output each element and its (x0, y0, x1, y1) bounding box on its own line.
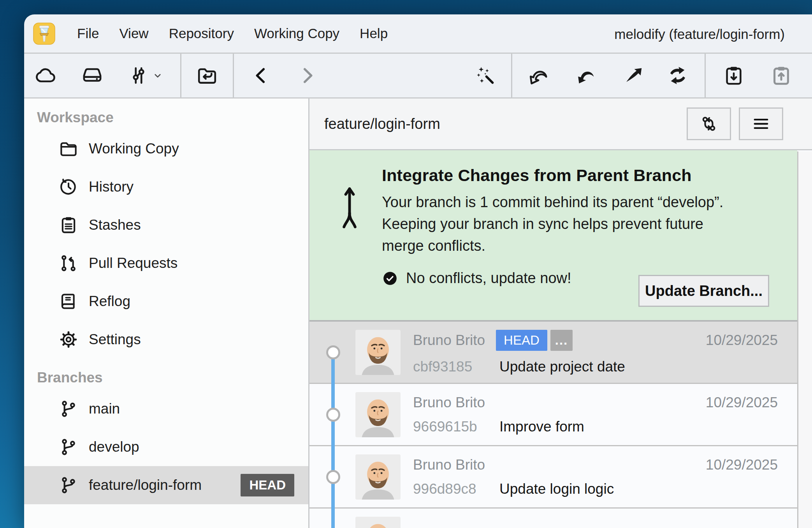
sidebar-item-label: Reflog (89, 293, 130, 310)
branch-icon (58, 475, 79, 495)
commit-message: Update project date (499, 359, 625, 375)
commit-graph-node (326, 470, 340, 484)
open-repo-icon[interactable] (196, 64, 218, 87)
forward-icon (296, 64, 318, 87)
content-area: Workspace Working Copy History Stashes P… (24, 99, 812, 528)
commit-graph-node (326, 408, 340, 422)
integrate-banner: Integrate Changes from Parent Branch You… (309, 150, 797, 322)
history-icon (58, 177, 79, 197)
gear-icon (58, 329, 79, 350)
sidebar-item-stashes[interactable]: Stashes (24, 206, 308, 244)
pull-icon[interactable] (574, 64, 597, 87)
commit-row[interactable]: Bruno Brito 10/29/2025 996d89c8 Update l… (309, 446, 797, 509)
services-icon[interactable] (127, 64, 150, 87)
sidebar-item-settings[interactable]: Settings (24, 320, 308, 359)
commit-row[interactable]: Bruno Brito 10/29/2025 9669615b Improve … (309, 384, 797, 446)
more-refs-badge[interactable]: ... (550, 330, 573, 351)
sidebar-item-working-copy[interactable]: Working Copy (24, 130, 308, 168)
menu-working-copy[interactable]: Working Copy (254, 26, 339, 41)
stash-apply-icon (770, 64, 793, 87)
app-window: File View Repository Working Copy Help m… (24, 14, 812, 528)
sidebar-item-pull-requests[interactable]: Pull Requests (24, 244, 308, 282)
desktop-background: File View Repository Working Copy Help m… (0, 0, 812, 528)
sidebar-item-label: Working Copy (89, 141, 179, 157)
author-avatar (355, 392, 401, 437)
head-badge: HEAD (241, 474, 294, 496)
sidebar-item-label: feature/login-form (89, 477, 202, 493)
menu-icon (751, 114, 771, 134)
stash-save-icon[interactable] (722, 64, 745, 87)
sync-icon[interactable] (666, 64, 689, 87)
toolbar-separator (233, 54, 234, 97)
author-avatar (355, 330, 401, 375)
sidebar: Workspace Working Copy History Stashes P… (24, 99, 309, 528)
toolbar-separator (705, 54, 706, 97)
menu-repository[interactable]: Repository (169, 26, 234, 41)
commit-row[interactable]: Bruno Brito 10/29/2025 (309, 509, 797, 528)
book-icon (58, 291, 79, 312)
author-avatar (355, 517, 401, 528)
window-title: melodify (feature/login-form) (614, 14, 785, 54)
commit-date: 10/29/2025 (706, 332, 778, 348)
sidebar-item-reflog[interactable]: Reflog (24, 282, 308, 320)
merge-branch-icon (337, 173, 364, 320)
folder-icon (58, 139, 79, 159)
menu-view[interactable]: View (119, 26, 148, 41)
update-branch-button[interactable]: Update Branch... (638, 275, 769, 307)
back-icon[interactable] (250, 64, 272, 87)
drive-icon[interactable] (81, 64, 104, 87)
cloud-icon[interactable] (35, 64, 57, 87)
compare-button[interactable] (687, 107, 731, 140)
author-avatar (355, 454, 401, 500)
scrollbar-track[interactable] (797, 151, 812, 528)
banner-status-text: No conflicts, update now! (406, 270, 571, 287)
fetch-icon[interactable] (527, 64, 549, 87)
menu-file[interactable]: File (77, 26, 99, 41)
chevron-down-icon[interactable] (152, 64, 163, 87)
branch-title: feature/login-form (324, 116, 440, 132)
commit-author: Bruno Brito (413, 394, 485, 411)
options-menu-button[interactable] (739, 107, 783, 140)
sidebar-item-main[interactable]: main (24, 390, 308, 428)
commit-graph-node (326, 345, 340, 359)
sidebar-item-label: History (89, 179, 134, 195)
commit-message: Update login logic (499, 481, 614, 497)
branch-header: feature/login-form (309, 99, 812, 150)
main-panel: feature/login-form (309, 99, 812, 528)
sidebar-item-develop[interactable]: develop (24, 428, 308, 466)
commit-graph-line (331, 509, 335, 528)
commit-author: Bruno Brito (413, 332, 485, 348)
branch-icon (58, 399, 79, 419)
stash-icon (58, 215, 79, 235)
sidebar-item-label: main (89, 401, 120, 417)
sidebar-item-label: Settings (89, 331, 141, 348)
wand-icon[interactable] (474, 64, 497, 87)
sidebar-section-header: Workspace (24, 105, 308, 130)
branch-icon (58, 437, 79, 457)
commit-message: Improve form (499, 419, 584, 435)
toolbar-separator (180, 54, 181, 97)
menu-help[interactable]: Help (360, 26, 388, 41)
sidebar-item-feature-login-form[interactable]: feature/login-form HEAD (24, 466, 308, 504)
commit-row[interactable]: Bruno Brito HEAD...10/29/2025 cbf93185 U… (309, 322, 797, 384)
sidebar-item-history[interactable]: History (24, 168, 308, 206)
toolbar (24, 54, 812, 99)
pr-icon (58, 253, 79, 273)
banner-message: Your branch is 1 commit behind its paren… (382, 191, 723, 257)
banner-title: Integrate Changes from Parent Branch (382, 166, 723, 185)
toolbar-separator (511, 54, 512, 97)
sidebar-item-label: develop (89, 439, 139, 455)
menu-bar: File View Repository Working Copy Help m… (24, 14, 812, 54)
sidebar-item-label: Pull Requests (89, 255, 178, 271)
check-circle-icon (382, 270, 398, 287)
tower-app-icon (33, 23, 55, 45)
commit-author: Bruno Brito (413, 457, 485, 473)
commit-hash: 996d89c8 (413, 481, 490, 497)
sidebar-item-label: Stashes (89, 217, 141, 233)
push-icon[interactable] (622, 64, 645, 87)
commit-date: 10/29/2025 (706, 394, 778, 411)
commit-hash: 9669615b (413, 419, 490, 435)
head-badge: HEAD (496, 330, 547, 351)
sidebar-section-header: Branches (24, 365, 308, 390)
commit-date: 10/29/2025 (706, 457, 778, 473)
